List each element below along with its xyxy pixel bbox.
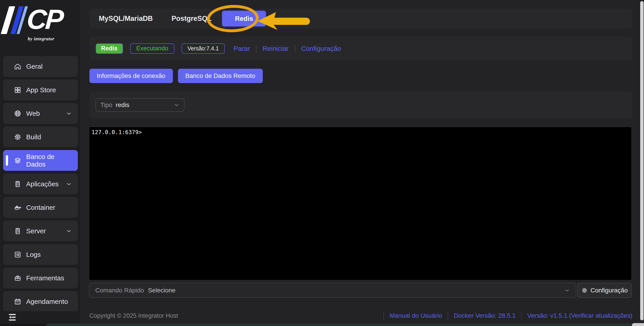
sidebar-item-web[interactable]: Web: [3, 103, 78, 124]
sidebar-item-server[interactable]: Server: [3, 221, 78, 241]
sidebar-item-aplicacoes[interactable]: Aplicações: [3, 174, 78, 194]
version-badge: Versão:7.4.1: [182, 43, 224, 54]
divider: [521, 311, 522, 320]
sidebar-item-label: Server: [26, 227, 46, 235]
logs-icon: [14, 251, 22, 258]
calendar-icon: [14, 298, 22, 305]
sidebar-item-label: Logs: [26, 251, 41, 258]
sidebar-item-label: Geral: [26, 63, 42, 70]
annotation-arrow-icon: [256, 10, 312, 31]
vertical-scrollbar[interactable]: [640, 1, 644, 320]
chevron-down-icon: [66, 228, 72, 234]
layers-icon: [14, 157, 22, 164]
sidebar-item-ferramentas[interactable]: Ferramentas: [3, 268, 78, 288]
background-window-edge: [46, 324, 644, 326]
gear-icon: [582, 287, 588, 293]
chevron-down-icon: [174, 102, 180, 108]
terminal-config-label: Configuração: [590, 287, 628, 294]
sidebar-item-label: Agendamento: [26, 298, 68, 305]
service-badge: Redis: [96, 43, 123, 54]
remote-database-button[interactable]: Banco de Dados Remoto: [178, 69, 263, 83]
sidebar-item-geral[interactable]: Geral: [3, 56, 78, 77]
running-status-badge: Executando: [130, 43, 175, 54]
quick-command-label: Comando Rápido: [95, 287, 144, 294]
chevron-down-icon: [66, 110, 72, 117]
server-rack-icon: [14, 227, 22, 235]
divider: [295, 45, 295, 53]
redis-status-panel: Redis Executando Versão:7.4.1 Parar Rein…: [90, 37, 632, 60]
app-logo: CP by integrator: [2, 6, 80, 41]
logo-text: CP: [26, 6, 63, 34]
app-window: CP by integrator Geral App Store Web Bui…: [0, 0, 644, 326]
docker-version-link[interactable]: Docker Versão: 28.5.1: [454, 312, 516, 319]
sidebar-item-label: Build: [26, 133, 41, 141]
type-select-label: Tipo: [100, 101, 112, 109]
type-select-value: redis: [116, 101, 129, 109]
chevron-down-icon: [66, 181, 72, 187]
quick-command-select[interactable]: Comando Rápido Selecione: [89, 283, 576, 298]
restart-link[interactable]: Reiniciar: [262, 45, 289, 52]
logo-tagline: by integrator: [2, 36, 80, 41]
sidebar-item-banco-de-dados[interactable]: Banco de Dados: [3, 150, 78, 171]
type-select[interactable]: Tipo redis: [96, 98, 184, 112]
toolbox-icon: [14, 274, 22, 282]
tab-postgresql[interactable]: PostgreSQL: [172, 15, 212, 23]
connection-info-button[interactable]: Informações de conexão: [90, 69, 173, 83]
quick-command-value: Selecione: [148, 287, 176, 294]
sidebar-item-label: Ferramentas: [26, 274, 64, 282]
home-icon: [14, 63, 22, 70]
chevron-down-icon: [564, 287, 570, 293]
sidebar-item-container[interactable]: Container: [3, 197, 78, 218]
bottom-edge-dark: [0, 324, 46, 326]
divider: [448, 311, 448, 320]
sidebar: CP by integrator Geral App Store Web Bui…: [0, 0, 81, 326]
database-tabbar: MySQL/MariaDB PostgreSQL Redis: [90, 9, 632, 29]
stop-link[interactable]: Parar: [234, 45, 250, 52]
globe-icon: [14, 110, 22, 117]
configure-link[interactable]: Configuração: [301, 45, 341, 52]
gear-icon: [14, 133, 22, 141]
sidebar-item-label: Aplicações: [26, 180, 58, 188]
divider: [384, 311, 384, 320]
action-buttons-row: Informações de conexão Banco de Dados Re…: [90, 69, 263, 83]
sidebar-item-label: Web: [26, 110, 40, 117]
sidebar-item-label: App Store: [26, 86, 56, 94]
grid-icon: [14, 86, 22, 94]
docker-whale-icon: [14, 204, 22, 211]
tab-mysql-mariadb[interactable]: MySQL/MariaDB: [99, 15, 153, 23]
user-manual-link[interactable]: Manual do Usuário: [390, 312, 442, 319]
copyright-text: Copyright © 2025 Integrator Host: [90, 312, 178, 319]
sidebar-item-label: Container: [26, 204, 55, 211]
logo-icp-mark: CP: [2, 6, 80, 34]
sidebar-item-logs[interactable]: Logs: [3, 244, 78, 265]
footer: Copyright © 2025 Integrator Host Manual …: [90, 310, 632, 321]
server-rack-icon: [14, 180, 22, 188]
footer-links: Manual do Usuário Docker Versão: 28.5.1 …: [378, 311, 632, 320]
sidebar-item-label: Banco de Dados: [26, 153, 72, 168]
redis-cli-terminal[interactable]: 127.0.0.1:6379>: [90, 127, 631, 280]
window-corner: [632, 323, 644, 326]
divider: [256, 45, 256, 53]
sidebar-nav: Geral App Store Web Build Banco de Dados: [3, 56, 78, 311]
collapse-sidebar-icon[interactable]: [8, 313, 17, 321]
terminal-config-button[interactable]: Configuração: [577, 283, 632, 298]
sidebar-item-build[interactable]: Build: [3, 126, 78, 147]
type-select-panel: Tipo redis: [90, 91, 632, 119]
command-bar: Comando Rápido Selecione Configuração: [89, 283, 632, 298]
selected-indicator: [6, 155, 8, 166]
terminal-prompt: 127.0.0.1:6379>: [92, 129, 142, 135]
app-version-link[interactable]: Versão: v1.5.1 (Verificar atualizações): [527, 312, 632, 319]
sidebar-item-agendamento[interactable]: Agendamento: [3, 291, 78, 311]
sidebar-item-app-store[interactable]: App Store: [3, 79, 78, 100]
